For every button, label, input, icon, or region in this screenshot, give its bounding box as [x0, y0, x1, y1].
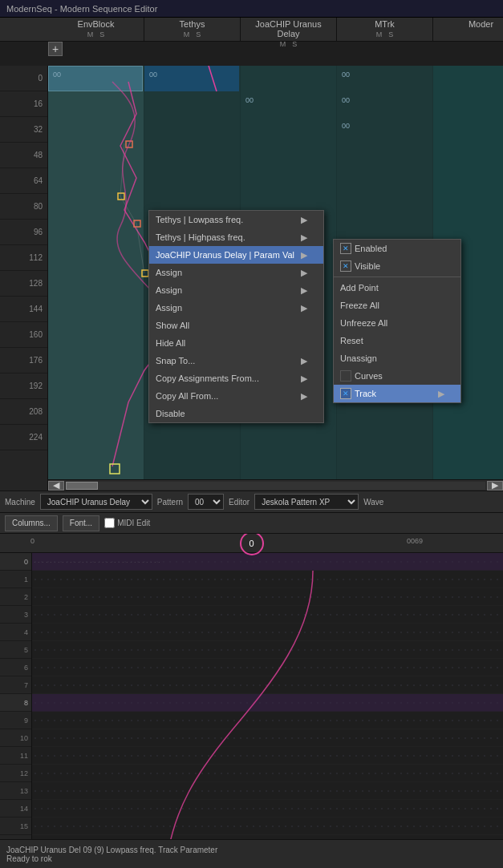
menu-item-tethys-highpass[interactable]: Tethys | Highpass freq. ▶	[149, 228, 323, 246]
menu-item-freeze-all[interactable]: Freeze All	[334, 297, 460, 314]
note-row-9	[32, 712, 503, 729]
sequence-editor: EnvBlock MS Tethys MS JoaCHIP Uranus Del…	[0, 18, 503, 491]
col-moder: Moder	[433, 18, 503, 41]
menu-item-tethys-lowpass[interactable]: Tethys | Lowpass freq. ▶	[149, 211, 323, 228]
row-numbers: 0 16 32 48 64 80 96 112 128 144 160 176 …	[0, 66, 48, 491]
menu-item-assign-1[interactable]: Assign ▶	[149, 264, 323, 281]
note-grid[interactable]: · · · · · · · · · · · · · · · · · · · · …	[32, 553, 503, 850]
note-row-3	[32, 606, 503, 624]
context-menu: Tethys | Lowpass freq. ▶ Tethys | Highpa…	[148, 210, 324, 423]
menu-item-copy-assignments[interactable]: Copy Assignments From... ▶	[149, 369, 323, 387]
row-labels: 0 1 2 3 4 5 6 7 8 9 10 11 12 13 14 15	[0, 553, 32, 850]
menu-item-reset[interactable]: Reset	[334, 332, 460, 349]
menu-item-assign-2[interactable]: Assign ▶	[149, 281, 323, 299]
status-line-1: JoaCHIP Uranus Del 09 (9) Lowpass freq. …	[6, 846, 497, 854]
note-row-12	[32, 765, 503, 782]
midi-edit-label: MIDI Edit	[104, 518, 150, 528]
menu-item-enabled[interactable]: ✕ Enabled	[334, 240, 460, 257]
pattern-header: 0 0069 0	[0, 534, 503, 553]
titlebar: ModernSeq - Modern Sequence Editor	[0, 0, 503, 18]
note-row-0: · · · · · · · · · · · · · · · · · · · · …	[32, 553, 503, 571]
note-row-10	[32, 729, 503, 747]
seq-hscrollbar[interactable]: ◀ ▶	[48, 479, 503, 491]
font-button[interactable]: Font...	[63, 515, 99, 531]
note-row-6	[32, 659, 503, 676]
columns-toolbar: Columns... Font... MIDI Edit	[0, 513, 503, 534]
pattern-select[interactable]: 00	[188, 494, 224, 510]
app-title: ModernSeq - Modern Sequence Editor	[6, 4, 157, 14]
col-envblock: EnvBlock MS	[48, 18, 144, 41]
note-row-15	[32, 818, 503, 835]
menu-item-copy-all[interactable]: Copy All From... ▶	[149, 387, 323, 405]
machine-label: Machine	[5, 498, 35, 507]
status-line-2: Ready to rok	[6, 854, 497, 863]
columns-button[interactable]: Columns...	[5, 515, 58, 531]
note-row-11	[32, 747, 503, 765]
context-menu-panel: Tethys | Lowpass freq. ▶ Tethys | Highpa…	[148, 210, 324, 423]
note-row-2	[32, 588, 503, 606]
menu-item-visible[interactable]: ✕ Visible	[334, 257, 460, 275]
note-row-8	[32, 694, 503, 712]
pattern-label: Pattern	[157, 498, 183, 507]
menu-item-joachip-param[interactable]: JoaCHIP Uranus Delay | Param Val ▶	[149, 246, 323, 264]
menu-item-assign-3[interactable]: Assign ▶	[149, 299, 323, 317]
col-mtrk: MTrk MS	[337, 18, 433, 41]
editor-label: Editor	[229, 498, 249, 507]
menu-item-snap-to[interactable]: Snap To... ▶	[149, 352, 323, 369]
wave-label: Wave	[363, 498, 383, 507]
note-row-4	[32, 624, 503, 641]
note-row-13	[32, 782, 503, 800]
note-row-14	[32, 800, 503, 818]
menu-item-unfreeze-all[interactable]: Unfreeze All	[334, 314, 460, 332]
menu-item-unassign[interactable]: Unassign	[334, 349, 460, 367]
column-headers: EnvBlock MS Tethys MS JoaCHIP Uranus Del…	[0, 18, 503, 42]
menu-item-curves[interactable]: Curves	[334, 367, 460, 385]
machine-select[interactable]: JoaCHIP Uranus Delay	[40, 494, 152, 510]
scroll-left-btn[interactable]: ◀	[48, 481, 64, 491]
col-joachip: JoaCHIP Uranus Delay MS	[241, 18, 337, 41]
submenu-joachip: ✕ Enabled ✕ Visible Add Point Freeze All…	[333, 239, 461, 403]
add-column-button[interactable]: +	[48, 42, 63, 56]
menu-item-add-point[interactable]: Add Point	[334, 279, 460, 297]
menu-item-disable[interactable]: Disable	[149, 405, 323, 422]
note-row-5	[32, 641, 503, 659]
menu-item-show-all[interactable]: Show All	[149, 317, 323, 334]
midi-edit-checkbox[interactable]	[104, 518, 115, 528]
note-row-1	[32, 571, 503, 588]
scroll-thumb[interactable]	[66, 482, 98, 490]
pattern-grid: 0 1 2 3 4 5 6 7 8 9 10 11 12 13 14 15 · …	[0, 553, 503, 850]
scroll-track[interactable]	[66, 482, 485, 490]
scroll-right-btn[interactable]: ▶	[487, 481, 503, 491]
col-tethys: Tethys MS	[144, 18, 241, 41]
machine-toolbar: Machine JoaCHIP Uranus Delay Pattern 00 …	[0, 491, 503, 513]
annotation-circle-top: 0	[240, 534, 264, 555]
menu-item-track[interactable]: ✕ Track ▶	[334, 385, 460, 402]
editor-select[interactable]: Jeskola Pattern XP	[254, 494, 359, 510]
menu-item-hide-all[interactable]: Hide All	[149, 334, 323, 352]
pattern-editor: 0 0069 0 0 1 2 3 4 5 6 7 8 9 10 11 12 13…	[0, 534, 503, 850]
note-row-7	[32, 676, 503, 694]
statusbar: JoaCHIP Uranus Del 09 (9) Lowpass freq. …	[0, 839, 503, 868]
